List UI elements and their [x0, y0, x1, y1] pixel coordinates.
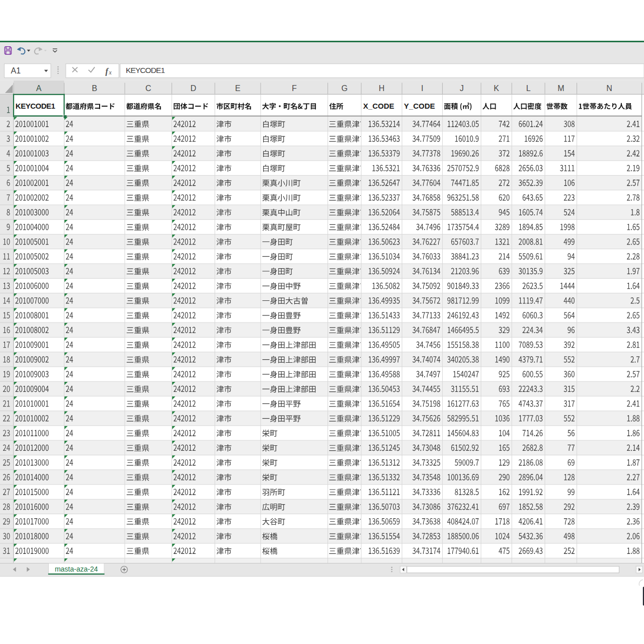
svg-text:B: B [92, 84, 97, 93]
svg-text:K: K [494, 84, 499, 93]
svg-text:KEYCODE1: KEYCODE1 [16, 102, 55, 110]
svg-text:L: L [526, 84, 531, 93]
svg-text:H: H [379, 84, 385, 93]
svg-text:D: D [190, 84, 196, 93]
svg-text:C: C [145, 84, 151, 93]
svg-text:N: N [606, 84, 612, 93]
svg-text:A1: A1 [11, 66, 21, 75]
svg-text:X_CODE: X_CODE [363, 102, 394, 110]
svg-text:J: J [460, 84, 464, 93]
svg-text:x: x [109, 69, 112, 76]
svg-text:G: G [342, 84, 348, 93]
svg-text:KEYCODE1: KEYCODE1 [126, 66, 165, 74]
svg-text:F: F [292, 84, 297, 93]
svg-text:A: A [36, 84, 42, 93]
svg-text:masta-aza-24: masta-aza-24 [55, 565, 98, 573]
svg-text:Y_CODE: Y_CODE [404, 102, 435, 110]
svg-text:E: E [235, 84, 240, 93]
svg-text:I: I [421, 84, 423, 93]
svg-text:M: M [557, 84, 564, 93]
